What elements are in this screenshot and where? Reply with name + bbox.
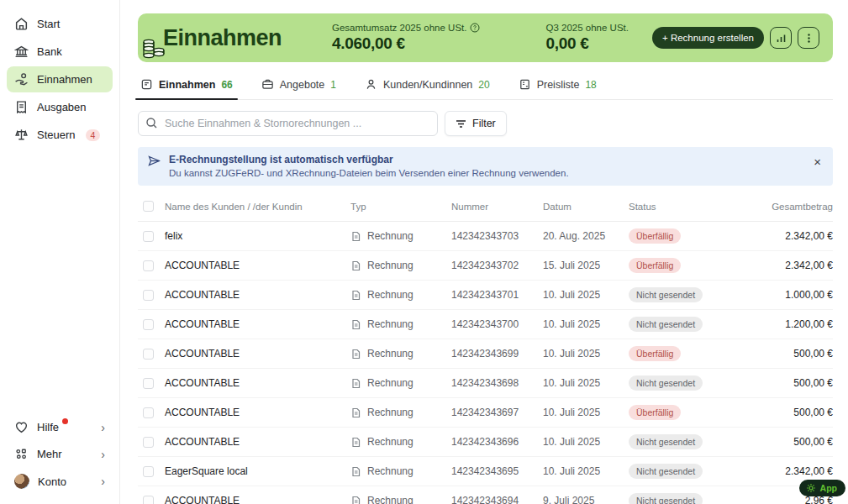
row-checkbox[interactable]	[143, 496, 154, 504]
row-checkbox[interactable]	[143, 437, 154, 448]
sidebar-item-hilfe[interactable]: Hilfe ›	[7, 414, 113, 440]
status-cell: Überfällig	[629, 346, 740, 361]
table-row[interactable]: EagerSquare local Rechnung 142342343695 …	[138, 457, 833, 486]
column-header-gesamtbetrag[interactable]: Gesamtbetrag	[740, 202, 833, 212]
invoice-number: 142342343694	[451, 495, 543, 504]
chevron-right-icon: ›	[101, 422, 105, 433]
sidebar-item-steuern[interactable]: Steuern 4	[7, 122, 113, 148]
stat-gesamtumsatz: Gesamtumsatz 2025 ohne USt. 4.060,00 €	[332, 23, 480, 53]
invoice-number: 142342343698	[451, 377, 543, 389]
invoice-number: 142342343699	[451, 348, 543, 360]
status-badge: Nicht gesendet	[629, 375, 703, 391]
row-checkbox[interactable]	[143, 407, 154, 418]
shapes-icon	[14, 447, 29, 461]
column-header-nummer[interactable]: Nummer	[451, 202, 543, 212]
sidebar-item-bank[interactable]: Bank	[7, 39, 113, 65]
table-row[interactable]: ACCOUNTABLE Rechnung 142342343699 10. Ju…	[138, 339, 833, 369]
type-cell: Rechnung	[350, 260, 451, 271]
sidebar-item-ausgaben[interactable]: Ausgaben	[7, 94, 113, 120]
sidebar-footer: Hilfe › Mehr › Konto ›	[0, 413, 119, 496]
row-checkbox[interactable]	[143, 319, 154, 330]
stat-value: 0,00 €	[545, 34, 628, 53]
type-cell: Rechnung	[350, 436, 451, 448]
table-row[interactable]: ACCOUNTABLE Rechnung 142342343700 10. Ju…	[138, 310, 833, 339]
pricelist-icon	[519, 78, 531, 91]
bar-chart-icon	[776, 33, 787, 44]
table-row[interactable]: ACCOUNTABLE Rechnung 142342343696 10. Ju…	[138, 428, 833, 457]
status-cell: Nicht gesendet	[629, 287, 740, 302]
briefcase-icon	[261, 78, 274, 91]
sidebar-item-mehr[interactable]: Mehr ›	[7, 441, 113, 467]
close-icon[interactable]: ×	[812, 154, 823, 170]
send-icon	[148, 155, 161, 167]
tab-label: Preisliste	[537, 79, 580, 91]
chevron-right-icon: ›	[101, 475, 105, 487]
column-header-typ[interactable]: Typ	[350, 202, 451, 212]
invoice-table: Name des Kunden / /der Kundin Typ Nummer…	[138, 192, 833, 504]
row-checkbox[interactable]	[143, 466, 154, 477]
app-window: Start Bank Einnahmen Ausgaben Steuern	[0, 0, 848, 504]
customer-name: ACCOUNTABLE	[165, 407, 350, 418]
heart-icon	[14, 420, 29, 434]
sidebar-item-einnahmen[interactable]: Einnahmen	[7, 66, 113, 92]
chevron-right-icon: ›	[101, 449, 105, 460]
sidebar: Start Bank Einnahmen Ausgaben Steuern	[0, 0, 120, 504]
column-header-datum[interactable]: Datum	[543, 202, 629, 212]
table-row[interactable]: ACCOUNTABLE Rechnung 142342343694 9. Jul…	[138, 486, 833, 504]
row-checkbox[interactable]	[143, 260, 154, 271]
tab-kunden[interactable]: Kunden/Kundinnen 20	[363, 75, 492, 99]
sidebar-item-start[interactable]: Start	[7, 11, 113, 37]
tab-preisliste[interactable]: Preisliste 18	[517, 75, 598, 99]
table-row[interactable]: ACCOUNTABLE Rechnung 142342343702 15. Ju…	[138, 251, 833, 281]
type-label: Rechnung	[367, 407, 413, 418]
row-checkbox[interactable]	[143, 231, 154, 242]
invoice-number: 142342343702	[451, 260, 543, 271]
hand-coins-icon	[14, 72, 29, 87]
status-cell: Nicht gesendet	[629, 317, 740, 332]
tab-angebote[interactable]: Angebote 1	[260, 75, 338, 99]
invoice-date: 15. Juli 2025	[543, 260, 629, 271]
column-header-status[interactable]: Status	[629, 202, 740, 212]
type-label: Rechnung	[367, 230, 413, 242]
table-header: Name des Kunden / /der Kundin Typ Nummer…	[138, 192, 833, 222]
invoice-number: 142342343703	[451, 230, 543, 242]
table-row[interactable]: ACCOUNTABLE Rechnung 142342343698 10. Ju…	[138, 369, 833, 398]
sidebar-item-konto[interactable]: Konto ›	[7, 468, 113, 495]
total-amount: 500,00 €	[740, 407, 833, 418]
type-label: Rechnung	[367, 260, 413, 271]
table-row[interactable]: ACCOUNTABLE Rechnung 142342343701 10. Ju…	[138, 281, 833, 310]
row-checkbox[interactable]	[143, 349, 154, 360]
status-badge: Nicht gesendet	[629, 317, 703, 332]
table-row[interactable]: felix Rechnung 142342343703 20. Aug. 202…	[138, 222, 833, 251]
select-all-checkbox[interactable]	[143, 201, 154, 212]
banner-subtitle: Du kannst ZUGFeRD- und XRechnung-Dateien…	[169, 168, 569, 178]
row-checkbox[interactable]	[143, 290, 154, 301]
chart-button[interactable]	[770, 27, 792, 49]
tab-label: Angebote	[280, 79, 325, 91]
row-checkbox[interactable]	[143, 378, 154, 389]
status-badge: Nicht gesendet	[629, 434, 703, 449]
notification-dot	[62, 418, 68, 424]
stat-label: Gesamtumsatz 2025 ohne USt.	[332, 23, 480, 33]
customer-name: EagerSquare local	[165, 465, 350, 477]
invoice-date: 20. Aug. 2025	[543, 230, 629, 242]
more-options-button[interactable]	[798, 27, 819, 49]
sidebar-item-label: Mehr	[37, 448, 62, 460]
total-amount: 500,00 €	[740, 348, 833, 360]
sidebar-item-label: Bank	[37, 45, 62, 58]
app-badge[interactable]: App	[799, 480, 845, 496]
column-header-name[interactable]: Name des Kunden / /der Kundin	[165, 202, 350, 212]
filter-button[interactable]: Filter	[445, 111, 507, 136]
type-label: Rechnung	[367, 377, 413, 389]
tab-einnahmen[interactable]: Einnahmen 66	[139, 75, 234, 99]
table-row[interactable]: ACCOUNTABLE Rechnung 142342343697 10. Ju…	[138, 398, 833, 428]
sidebar-item-label: Start	[37, 18, 60, 30]
type-cell: Rechnung	[350, 377, 451, 389]
create-invoice-button[interactable]: + Rechnung erstellen	[652, 27, 764, 49]
info-icon[interactable]	[470, 23, 480, 33]
total-amount: 1.200,00 €	[740, 318, 833, 330]
total-amount: 2.342,00 €	[740, 465, 833, 477]
status-badge: Überfällig	[629, 346, 681, 361]
search-input[interactable]	[138, 111, 438, 136]
status-cell: Überfällig	[629, 228, 740, 244]
